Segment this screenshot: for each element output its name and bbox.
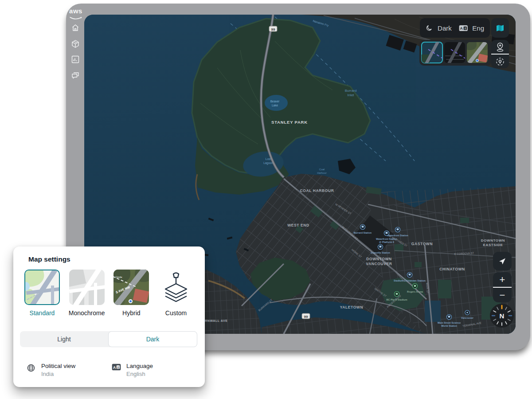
zoom-in-button[interactable]: +	[493, 272, 512, 287]
map-label-coal-harbour: COAL HARBOUR	[300, 188, 334, 193]
style-option-standard[interactable]: Standard	[20, 270, 64, 317]
svg-text:Burrard Station: Burrard Station	[354, 231, 372, 234]
geofence-button[interactable]	[491, 55, 509, 68]
zoom-out-button[interactable]: −	[493, 288, 512, 302]
svg-text:Vancouver: Vancouver	[461, 317, 474, 319]
language-label: Language	[126, 363, 153, 369]
hwy-99-shield-granville: 99	[302, 313, 310, 319]
compass-control[interactable]: N	[489, 303, 514, 328]
translate-icon: A z	[459, 24, 468, 32]
add-pin-button[interactable]	[491, 40, 509, 54]
language-setting[interactable]: A z Language English	[112, 363, 153, 377]
political-view-label: Political view	[41, 363, 75, 369]
panel-meta-row: Political view India A z Language Englis…	[13, 363, 205, 377]
svg-text:BC Place Stadium: BC Place Stadium	[386, 298, 407, 301]
thumbnail-monochrome-dark[interactable]	[444, 42, 465, 63]
map-style-button[interactable]	[491, 18, 509, 38]
scheme-toggle: Light Dark	[20, 331, 197, 347]
political-view-value: India	[41, 371, 75, 377]
home-icon	[70, 23, 80, 33]
map-label-yaletown: YALETOWN	[340, 305, 364, 309]
map-label-burrard-inlet: Burrard	[345, 89, 357, 93]
svg-text:World Station: World Station	[441, 325, 457, 327]
style-label-hybrid: Hybrid	[122, 309, 140, 317]
svg-text:99: 99	[304, 315, 308, 319]
monochrome-swatch[interactable]	[69, 270, 105, 305]
layers-pin-icon	[160, 270, 192, 304]
style-option-hybrid[interactable]: CircleS AVE NW Hybrid	[110, 270, 153, 317]
language-badge-icon: A z	[112, 364, 121, 372]
svg-text:Granville Station: Granville Station	[371, 251, 390, 254]
map-icon	[495, 24, 505, 32]
svg-text:Waterfront Station: Waterfront Station	[387, 234, 408, 237]
style-label-custom: Custom	[165, 309, 187, 317]
style-label-monochrome: Monochrome	[69, 309, 105, 317]
map-label-chinatown: CHINATOWN	[439, 267, 465, 271]
panel-title: Map settings	[28, 255, 70, 263]
style-label-standard: Standard	[30, 309, 55, 317]
svg-text:Harbour: Harbour	[317, 172, 327, 174]
style-option-monochrome[interactable]: Monochrome	[65, 270, 109, 317]
svg-text:Lake: Lake	[272, 104, 278, 107]
svg-text:@ Platform 4: @ Platform 4	[379, 241, 395, 243]
zoom-controls: + −	[493, 272, 512, 302]
chart-icon	[70, 55, 80, 64]
svg-text:Rogers Arena: Rogers Arena	[407, 290, 423, 293]
thumbnail-hybrid[interactable]	[467, 42, 488, 63]
map-settings-panel: Map settings Standard Monochrome	[13, 246, 205, 387]
svg-text:99: 99	[271, 27, 275, 31]
map-label-coal-harbour-water: Coal	[319, 168, 325, 171]
svg-text:Stadium-Chinatown Station: Stadium-Chinatown Station	[394, 279, 426, 282]
sidebar-item-chat[interactable]	[70, 70, 80, 80]
add-pin-icon	[496, 42, 505, 52]
svg-text:VANCOUVER: VANCOUVER	[366, 262, 392, 266]
map-label-beaver-lake: Beaver	[270, 100, 280, 103]
theme-language-bar[interactable]: Dark A z Eng	[420, 18, 490, 38]
custom-swatch[interactable]	[158, 270, 194, 305]
language-value: English	[126, 371, 153, 377]
svg-text:EASTSIDE: EASTSIDE	[483, 243, 503, 247]
aws-logo: aws	[68, 8, 84, 20]
map-label-west-end: WEST END	[287, 223, 309, 227]
language-label: Eng	[472, 24, 484, 32]
compass-north-label: N	[500, 312, 505, 320]
sidebar-item-services[interactable]	[70, 39, 80, 49]
package-icon	[70, 39, 80, 49]
svg-text:A: A	[460, 26, 462, 30]
svg-text:A: A	[113, 365, 116, 370]
screenshot-stage: aws	[0, 0, 532, 399]
svg-text:Waterfront Station: Waterfront Station	[376, 238, 397, 240]
sidebar-item-home[interactable]	[70, 23, 80, 33]
geofence-icon	[495, 57, 505, 66]
map-label-gastown: GASTOWN	[411, 242, 433, 246]
map-label-downtown-vancouver: DOWNTOWN	[366, 257, 392, 261]
aws-logo-text: aws	[68, 8, 84, 14]
hybrid-swatch[interactable]: CircleS AVE NW	[113, 270, 149, 305]
svg-text:Lagoon: Lagoon	[263, 161, 273, 165]
style-thumbnails	[419, 40, 492, 66]
map-style-options: Standard Monochrome CircleS AVE NW Hybri…	[17, 270, 201, 317]
theme-label: Dark	[438, 24, 452, 32]
hwy-99-shield-bridge: 99	[269, 26, 277, 31]
scheme-light-option[interactable]: Light	[20, 331, 108, 347]
locate-me-button[interactable]	[493, 252, 512, 270]
moon-icon	[426, 23, 433, 32]
navigation-arrow-icon	[498, 257, 507, 266]
political-view-setting[interactable]: Political view India	[27, 363, 112, 377]
globe-icon	[27, 364, 35, 372]
sidebar-item-analytics[interactable]	[70, 55, 80, 64]
style-option-custom[interactable]: Custom	[154, 270, 198, 317]
svg-text:z: z	[464, 27, 466, 30]
svg-text:Inlet: Inlet	[347, 93, 354, 97]
compass-rose-icon: N	[489, 303, 514, 328]
chat-icon	[70, 70, 80, 80]
thumbnail-standard-dark[interactable]	[422, 42, 442, 63]
marker-tools	[491, 40, 509, 68]
standard-swatch[interactable]	[24, 270, 60, 305]
map-label-lost-lagoon: Lost	[266, 157, 271, 160]
map-label-downtown-eastside: DOWNTOWN	[481, 239, 505, 243]
svg-text:Main Street Science: Main Street Science	[438, 321, 461, 324]
map-label-stanley-park: STANLEY PARK	[271, 120, 308, 125]
scheme-dark-option[interactable]: Dark	[108, 331, 197, 347]
aws-smile-icon	[69, 16, 82, 20]
